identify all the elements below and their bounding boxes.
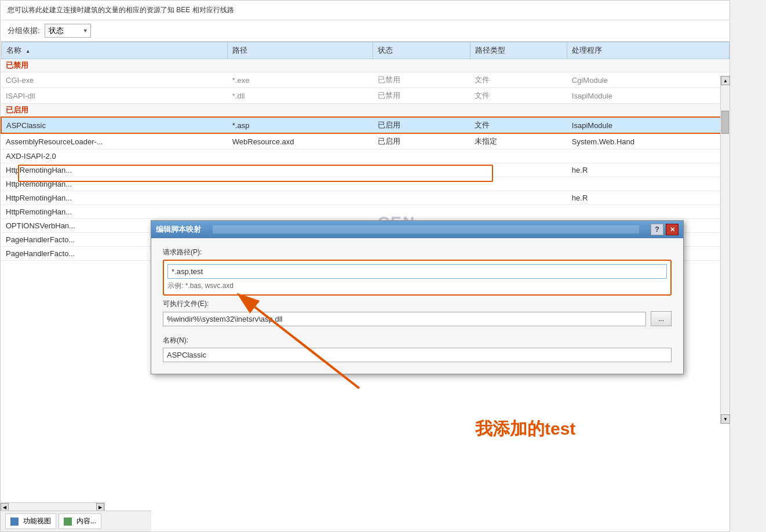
content-view-icon bbox=[64, 518, 72, 526]
hscroll-right-arrow[interactable]: ▶ bbox=[96, 503, 104, 511]
bottom-bar: 功能视图 内容... bbox=[1, 511, 151, 531]
col-header-pathtype[interactable]: 路径类型 bbox=[470, 42, 567, 59]
table-row[interactable]: HttpRemotingHan... bbox=[1, 177, 729, 191]
col-header-name[interactable]: 名称 ▲ bbox=[1, 42, 228, 59]
request-path-label: 请求路径(P): bbox=[163, 247, 672, 257]
dialog-titlebar: 编辑脚本映射 ? ✕ bbox=[151, 221, 683, 238]
request-path-input[interactable] bbox=[167, 264, 667, 279]
scrollbar-down-arrow[interactable]: ▼ bbox=[721, 414, 730, 424]
name-input[interactable] bbox=[163, 348, 672, 362]
name-label: 名称(N): bbox=[163, 336, 672, 345]
function-view-icon bbox=[10, 518, 19, 526]
group-select[interactable]: 状态 bbox=[45, 24, 91, 38]
table-row[interactable]: CGI-exe *.exe 已禁用 文件 CgiModule bbox=[1, 72, 729, 88]
hscrollbar: ◀ ▶ bbox=[1, 502, 105, 511]
table-row[interactable]: AssemblyResourceLoader-... WebResource.a… bbox=[1, 133, 729, 150]
table-row[interactable]: HttpRemotingHan... he.R bbox=[1, 163, 729, 177]
dialog-title-blur bbox=[213, 225, 639, 234]
table-row[interactable]: AXD-ISAPI-2.0 bbox=[1, 150, 729, 163]
group-bar: 分组依据: 状态 bbox=[1, 20, 729, 42]
section-disabled: 已禁用 bbox=[1, 59, 729, 72]
table-row[interactable]: HttpRemotingHan... he.R bbox=[1, 191, 729, 205]
dialog-close-button[interactable]: ✕ bbox=[666, 224, 679, 235]
hscroll-left-arrow[interactable]: ◀ bbox=[1, 503, 9, 511]
browse-button[interactable]: ... bbox=[651, 311, 672, 326]
instruction-text: 您可以将此处建立连接时建筑的文量的相应的资源了知 BEE 相对应行线路 bbox=[1, 1, 729, 20]
dialog-help-button[interactable]: ? bbox=[651, 224, 663, 235]
scrollbar-up-arrow[interactable]: ▲ bbox=[721, 76, 730, 85]
dialog-title-buttons: ? ✕ bbox=[651, 224, 679, 235]
executable-label: 可执行文件(E): bbox=[163, 299, 672, 309]
col-header-status[interactable]: 状态 bbox=[373, 42, 470, 59]
dialog-title: 编辑脚本映射 bbox=[156, 224, 201, 235]
col-header-path[interactable]: 路径 bbox=[228, 42, 373, 59]
section-enabled: 已启用 bbox=[1, 104, 729, 118]
col-header-handler[interactable]: 处理程序 bbox=[567, 42, 729, 59]
tab-content-view[interactable]: 内容... bbox=[59, 513, 101, 529]
request-path-highlight: 示例: *.bas, wsvc.axd bbox=[163, 260, 672, 296]
table-row-aspclassic[interactable]: ASPClassic *.asp 已启用 文件 IsapiModule bbox=[1, 117, 729, 133]
edit-script-mapping-dialog: 编辑脚本映射 ? ✕ 请求路径(P): 示例: *.bas, wsvc.axd … bbox=[151, 220, 684, 374]
table-row[interactable]: ISAPI-dll *.dll 已禁用 文件 IsapiModule bbox=[1, 88, 729, 104]
table-row[interactable]: HttpRemotingHan... bbox=[1, 205, 729, 219]
executable-field-row: ... bbox=[163, 311, 672, 326]
dialog-content: 请求路径(P): 示例: *.bas, wsvc.axd 可执行文件(E): .… bbox=[151, 238, 683, 374]
scrollbar[interactable]: ▲ ▼ bbox=[720, 76, 729, 424]
executable-input[interactable] bbox=[163, 312, 646, 326]
group-label: 分组依据: bbox=[8, 25, 40, 36]
request-path-hint: 示例: *.bas, wsvc.axd bbox=[167, 281, 667, 291]
tab-function-view[interactable]: 功能视图 bbox=[5, 513, 56, 529]
scrollbar-thumb[interactable] bbox=[721, 111, 729, 134]
